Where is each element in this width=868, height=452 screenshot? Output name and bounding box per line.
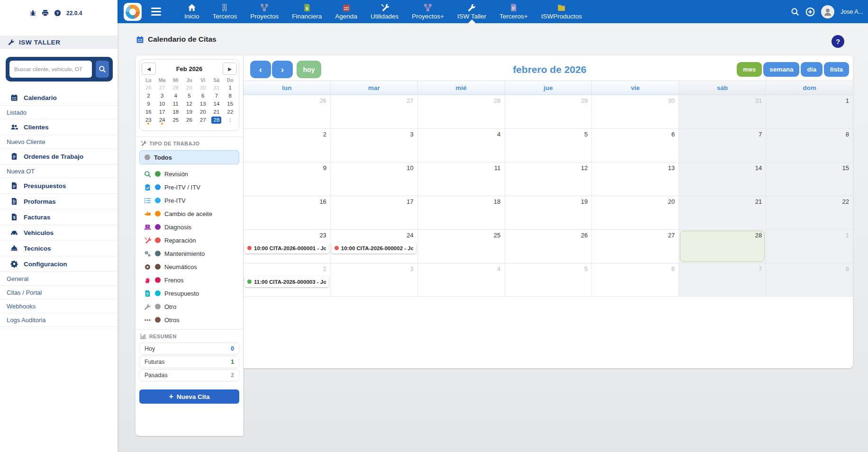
day-cell-14[interactable]: 14	[678, 162, 766, 196]
day-cell-7[interactable]: 7	[678, 128, 766, 162]
day-cell-25[interactable]: 25	[417, 229, 505, 263]
mini-calendar-prev-button[interactable]: ◀	[142, 63, 156, 75]
sidebar-item-nueva-ot[interactable]: Nueva OT	[0, 164, 118, 178]
mini-calendar-day[interactable]: 24	[155, 116, 169, 124]
day-cell-20[interactable]: 20	[591, 196, 678, 229]
sidebar-item-calendario[interactable]: Calendario	[0, 90, 118, 106]
sidebar-item-presupuestos[interactable]: Presupuestos	[0, 178, 118, 194]
day-cell-5[interactable]: 5	[505, 128, 592, 162]
event-cita-2026-000002-jo[interactable]: 10:00 CITA-2026-000002 - Jo	[332, 243, 416, 253]
mini-calendar-day[interactable]: 5	[182, 92, 196, 100]
mini-calendar-day[interactable]: 26	[182, 116, 196, 124]
day-cell-adjacent-8[interactable]: 8	[766, 263, 853, 297]
mini-calendar-day[interactable]: 3	[155, 92, 169, 100]
mini-calendar-day[interactable]: 26	[142, 84, 155, 92]
worktype-filter-mantenimiento[interactable]: Mantenimiento	[139, 247, 239, 260]
mini-calendar-day[interactable]: 11	[169, 100, 182, 108]
day-cell-adjacent-29[interactable]: 29	[505, 95, 592, 128]
view-button-semana[interactable]: semana	[763, 62, 799, 77]
sidebar-item-listado[interactable]: Listado	[0, 106, 118, 119]
help-button[interactable]: ?	[832, 35, 844, 48]
nav-item-agenda[interactable]: Agenda	[335, 0, 358, 23]
nav-item-inicio[interactable]: Inicio	[184, 0, 200, 23]
mini-calendar-day[interactable]: 13	[196, 100, 210, 108]
mini-calendar-day[interactable]: 28	[210, 116, 224, 124]
day-cell-19[interactable]: 19	[505, 196, 592, 229]
new-appointment-button[interactable]: + Nueva Cita	[139, 389, 239, 404]
day-cell-8[interactable]: 8	[766, 128, 853, 162]
sidebar-item-vehiculos[interactable]: Vehiculos	[0, 225, 118, 241]
day-cell-24[interactable]: 2410:00 CITA-2026-000002 - Jo	[330, 229, 417, 263]
mini-calendar-day[interactable]: 18	[169, 108, 182, 116]
day-cell-11[interactable]: 11	[417, 162, 505, 196]
day-cell-adjacent-27[interactable]: 27	[330, 95, 417, 128]
mini-calendar-day[interactable]: 17	[155, 108, 169, 116]
nav-item-iswproductos[interactable]: ISWProductos	[541, 0, 582, 23]
worktype-filter-cambio-de-aceite[interactable]: Cambio de aceite	[139, 207, 239, 220]
nav-item-isw-taller[interactable]: ISW Taller	[457, 0, 487, 23]
nav-item-proyectos[interactable]: Proyectos+	[411, 0, 444, 23]
avatar[interactable]	[821, 5, 834, 18]
mini-calendar-day[interactable]: 27	[196, 116, 210, 124]
mini-calendar-day[interactable]: 1	[223, 116, 237, 124]
day-cell-adjacent-31[interactable]: 31	[678, 95, 766, 128]
nav-item-utilidades[interactable]: Utilidades	[370, 0, 399, 23]
mini-calendar-day[interactable]: 31	[210, 84, 224, 92]
day-cell-adjacent-3[interactable]: 3	[330, 263, 417, 297]
search-icon[interactable]	[791, 8, 799, 16]
mini-calendar-day[interactable]: 29	[182, 84, 196, 92]
mini-calendar-day[interactable]: 2	[142, 92, 155, 100]
nav-item-financiera[interactable]: $Financiera	[291, 0, 322, 23]
mini-calendar-day[interactable]: 14	[210, 100, 224, 108]
day-cell-adjacent-2[interactable]: 211:00 CITA-2026-000003 - Jo	[244, 263, 330, 297]
sidebar-item-webhooks[interactable]: Webhooks	[0, 299, 118, 313]
day-cell-27[interactable]: 27	[591, 229, 678, 263]
printer-icon[interactable]	[42, 9, 49, 17]
day-cell-adjacent-6[interactable]: 6	[591, 263, 678, 297]
sidebar-item-general[interactable]: General	[0, 272, 118, 286]
sidebar-item-facturas[interactable]: $Facturas	[0, 209, 118, 225]
sidebar-item-ordenes-de-trabajo[interactable]: Ordenes de Trabajo	[0, 149, 118, 164]
nav-item-terceros[interactable]: Terceros+	[499, 0, 528, 23]
hamburger-menu-icon[interactable]	[151, 8, 161, 16]
day-cell-adjacent-4[interactable]: 4	[417, 263, 505, 297]
worktype-filter-pre-itv-itv[interactable]: Pre-ITV / ITV	[139, 181, 239, 194]
day-cell-17[interactable]: 17	[330, 196, 417, 229]
worktype-filter-presupuesto[interactable]: Presupuesto	[139, 287, 239, 300]
mini-calendar-day[interactable]: 6	[196, 92, 210, 100]
help-circle-icon[interactable]: ?	[54, 9, 61, 17]
worktype-filter-pre-itv[interactable]: Pre-ITV	[139, 194, 239, 207]
bug-icon[interactable]	[29, 9, 36, 17]
day-cell-13[interactable]: 13	[591, 162, 678, 196]
day-cell-23[interactable]: 2310:00 CITA-2026-000001 - Jo	[244, 229, 330, 263]
worktype-filter-otros[interactable]: Otros	[139, 313, 239, 326]
sidebar-item-proformas[interactable]: Proformas	[0, 194, 118, 209]
day-cell-10[interactable]: 10	[330, 162, 417, 196]
mini-calendar-day[interactable]: 22	[223, 108, 237, 116]
mini-calendar-day[interactable]: 28	[169, 84, 182, 92]
plus-circle-icon[interactable]	[805, 7, 815, 17]
mini-calendar-day[interactable]: 4	[169, 92, 182, 100]
day-cell-21[interactable]: 21	[678, 196, 766, 229]
sidebar-item-tecnicos[interactable]: Tecnicos	[0, 241, 118, 256]
mini-calendar-day[interactable]: 9	[142, 100, 155, 108]
view-button-mes[interactable]: mes	[737, 62, 762, 77]
search-button[interactable]	[96, 61, 109, 78]
mini-calendar-day[interactable]: 25	[169, 116, 182, 124]
sidebar-item-nuevo-cliente[interactable]: Nuevo Cliente	[0, 135, 118, 149]
worktype-filter-frenos[interactable]: Frenos	[139, 273, 239, 287]
worktype-filter-todos[interactable]: Todos	[139, 150, 239, 164]
day-cell-adjacent-26[interactable]: 26	[244, 95, 330, 128]
search-input[interactable]	[9, 61, 92, 78]
view-button-d-a[interactable]: día	[801, 62, 823, 77]
event-cita-2026-000001-jo[interactable]: 10:00 CITA-2026-000001 - Jo	[244, 243, 329, 253]
nav-item-terceros[interactable]: Terceros	[212, 0, 238, 23]
worktype-filter-reparaci-n[interactable]: Reparación	[139, 234, 239, 247]
sidebar-item-clientes[interactable]: Clientes	[0, 119, 118, 135]
mini-calendar-day[interactable]: 7	[210, 92, 224, 100]
day-cell-16[interactable]: 16	[244, 196, 330, 229]
day-cell-26[interactable]: 26	[505, 229, 592, 263]
day-cell-adjacent-28[interactable]: 28	[417, 95, 505, 128]
day-cell-1[interactable]: 1	[766, 95, 853, 128]
day-cell-18[interactable]: 18	[417, 196, 505, 229]
